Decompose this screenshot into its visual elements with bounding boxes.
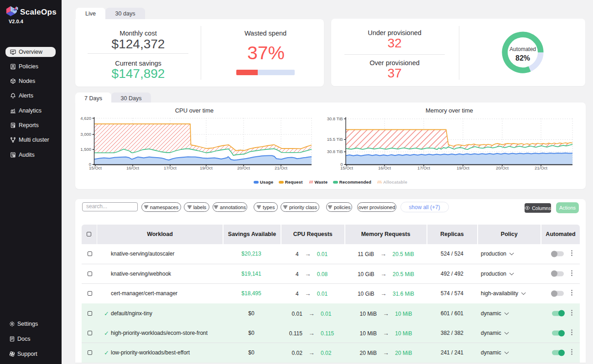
svg-text:20/Oct: 20/Oct	[496, 165, 509, 170]
svg-text:19/Oct: 19/Oct	[200, 165, 213, 170]
svg-text:17/Oct: 17/Oct	[164, 165, 177, 170]
svg-text:1,500: 1,500	[80, 147, 91, 152]
svg-text:30.8 TiB: 30.8 TiB	[327, 149, 343, 154]
svg-text:16/Oct: 16/Oct	[126, 165, 139, 170]
svg-text:19/Oct: 19/Oct	[457, 165, 469, 170]
svg-text:21/Oct: 21/Oct	[275, 165, 287, 170]
svg-text:4,620: 4,620	[80, 116, 91, 121]
svg-text:15.5 TiB: 15.5 TiB	[327, 137, 343, 142]
svg-text:20/Oct: 20/Oct	[237, 165, 250, 170]
svg-text:15/Oct: 15/Oct	[89, 165, 102, 170]
svg-text:21/Oct: 21/Oct	[535, 165, 547, 170]
svg-text:17/Oct: 17/Oct	[417, 165, 430, 170]
svg-text:3,000: 3,000	[80, 132, 91, 137]
svg-text:30.8 TiB: 30.8 TiB	[327, 116, 343, 121]
svg-text:15/Oct: 15/Oct	[340, 165, 353, 170]
svg-text:16/Oct: 16/Oct	[378, 165, 391, 170]
